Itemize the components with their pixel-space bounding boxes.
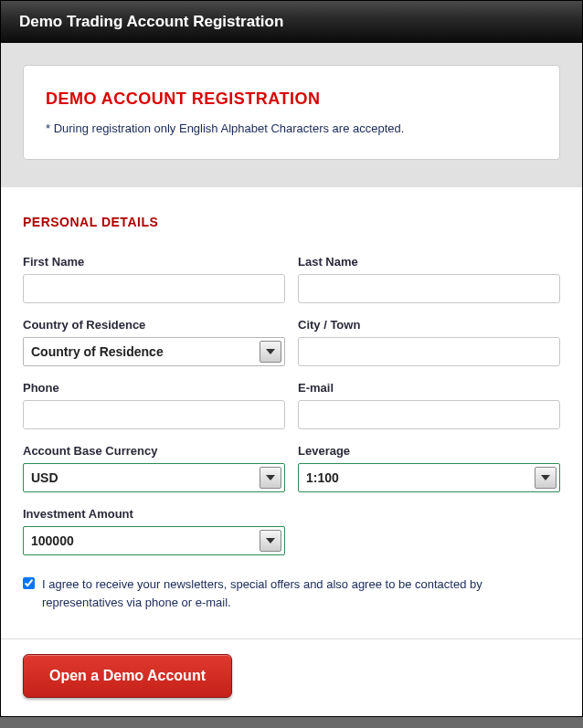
email-label: E-mail (298, 381, 560, 395)
section-heading: PERSONAL DETAILS (23, 215, 560, 229)
chevron-down-icon (260, 341, 281, 363)
email-input[interactable] (298, 400, 560, 429)
last-name-label: Last Name (298, 255, 560, 269)
svg-marker-3 (266, 538, 275, 543)
svg-marker-2 (541, 475, 550, 480)
leverage-select[interactable]: 1:100 (298, 463, 560, 492)
currency-label: Account Base Currency (23, 444, 285, 458)
currency-selected: USD (31, 470, 58, 485)
intro-title: DEMO ACCOUNT REGISTRATION (46, 90, 537, 109)
country-select[interactable]: Country of Residence (23, 337, 285, 366)
chevron-down-icon (260, 467, 281, 489)
phone-label: Phone (23, 381, 285, 395)
chevron-down-icon (535, 467, 556, 489)
intro-note: * During registration only English Alpha… (46, 121, 537, 135)
form-body: PERSONAL DETAILS First Name Last Name Co… (1, 187, 582, 638)
investment-select[interactable]: 100000 (23, 526, 285, 555)
chevron-down-icon (260, 530, 281, 552)
country-label: Country of Residence (23, 318, 285, 332)
phone-input[interactable] (23, 400, 285, 429)
open-demo-account-button[interactable]: Open a Demo Account (23, 654, 232, 698)
currency-select[interactable]: USD (23, 463, 285, 492)
investment-selected: 100000 (31, 533, 74, 548)
first-name-label: First Name (23, 255, 285, 269)
leverage-label: Leverage (298, 444, 560, 458)
intro-section: DEMO ACCOUNT REGISTRATION * During regis… (1, 43, 582, 187)
last-name-input[interactable] (298, 274, 560, 303)
svg-marker-0 (266, 349, 275, 354)
first-name-input[interactable] (23, 274, 285, 303)
modal-title: Demo Trading Account Registration (19, 13, 283, 30)
city-label: City / Town (298, 318, 560, 332)
agree-text: I agree to receive your newsletters, spe… (42, 575, 560, 611)
modal-header: Demo Trading Account Registration (1, 1, 582, 43)
country-selected: Country of Residence (31, 344, 164, 359)
city-input[interactable] (298, 337, 560, 366)
modal-footer: Open a Demo Account (1, 638, 582, 716)
agree-checkbox[interactable] (23, 577, 35, 589)
leverage-selected: 1:100 (306, 470, 339, 485)
registration-modal: Demo Trading Account Registration DEMO A… (0, 0, 583, 717)
investment-label: Investment Amount (23, 507, 285, 521)
intro-card: DEMO ACCOUNT REGISTRATION * During regis… (23, 65, 560, 160)
svg-marker-1 (266, 475, 275, 480)
